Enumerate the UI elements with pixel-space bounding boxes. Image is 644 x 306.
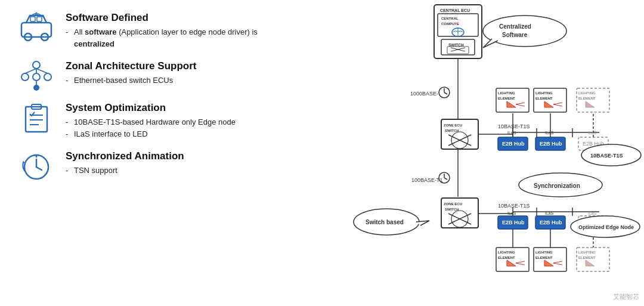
system-opt-bullet-1: 10BASE-T1S-based Hardware only Edge node (66, 116, 236, 128)
svg-line-22 (36, 167, 42, 170)
svg-text:ILaS: ILaS (507, 211, 516, 215)
system-opt-bullet-2: ILaS interface to LED (66, 128, 236, 140)
svg-text:LIGHTING: LIGHTING (578, 91, 596, 95)
svg-text:Switch based: Switch based (366, 219, 404, 225)
svg-text:LIGHTING: LIGHTING (535, 251, 553, 254)
svg-text:E2B Hub: E2B Hub (502, 141, 525, 147)
svg-text:10BASE-T1S: 10BASE-T1S (590, 153, 623, 159)
zonal-architecture-text: Zonal Architecture Support Ethernet-base… (66, 60, 196, 86)
zonal-architecture-title: Zonal Architecture Support (66, 60, 196, 72)
svg-line-13 (36, 69, 48, 73)
svg-text:10BASE-T1S: 10BASE-T1S (498, 123, 530, 129)
software-defined-bullet-1: All software (Application layer to edge … (66, 26, 268, 50)
feature-system-optimization: System Optimization 10BASE-T1S-based Har… (18, 102, 268, 140)
svg-point-10 (33, 85, 39, 91)
svg-text:ZONE ECU: ZONE ECU (444, 123, 462, 127)
feature-zonal-architecture: Zonal Architecture Support Ethernet-base… (18, 60, 268, 91)
svg-text:SWITCH: SWITCH (445, 208, 459, 211)
svg-text:ILaS: ILaS (545, 131, 554, 135)
svg-rect-1 (30, 17, 35, 21)
feature-software-defined: Software Defined All software (Applicati… (18, 12, 268, 50)
network-icon (18, 60, 55, 91)
zonal-bullet-1: Ethernet-based switch ECUs (66, 75, 196, 86)
clock-icon (18, 150, 55, 181)
checklist-icon (18, 102, 55, 133)
car-icon (18, 12, 55, 43)
svg-text:LIGHTING: LIGHTING (498, 251, 515, 254)
svg-text:Centralized: Centralized (499, 23, 531, 30)
svg-point-7 (21, 73, 29, 81)
svg-text:ELEMENT: ELEMENT (578, 256, 596, 259)
svg-text:ELEMENT: ELEMENT (498, 97, 515, 100)
svg-text:E2B Hub: E2B Hub (540, 141, 562, 147)
sync-bullet-1: TSN support (66, 165, 184, 177)
system-optimization-title: System Optimization (66, 102, 236, 114)
watermark: 艾能智芯 (613, 292, 639, 301)
svg-line-11 (25, 69, 36, 73)
svg-rect-2 (37, 17, 42, 21)
left-panel: Software Defined All software (Applicati… (0, 0, 286, 306)
synchronized-animation-text: Synchronized Animation TSN support (66, 150, 184, 177)
svg-text:COMPUTE: COMPUTE (441, 22, 459, 26)
svg-text:CENTRAL: CENTRAL (441, 17, 459, 20)
system-optimization-text: System Optimization 10BASE-T1S-based Har… (66, 102, 236, 140)
svg-text:100BASE-T1: 100BASE-T1 (411, 177, 443, 183)
svg-text:ILaS: ILaS (507, 131, 516, 135)
svg-text:Optimized Edge Node: Optimized Edge Node (578, 224, 634, 230)
svg-text:ILaS: ILaS (588, 211, 597, 215)
svg-text:LIGHTING: LIGHTING (578, 251, 596, 254)
svg-text:E2B Hub: E2B Hub (540, 220, 562, 225)
svg-text:CENTRAL ECU: CENTRAL ECU (440, 8, 470, 13)
svg-text:Software: Software (502, 32, 528, 38)
svg-text:ILaS: ILaS (588, 131, 597, 135)
software-defined-text: Software Defined All software (Applicati… (66, 12, 268, 50)
svg-rect-32 (441, 39, 475, 55)
svg-text:Synchronization: Synchronization (534, 183, 580, 189)
svg-text:ELEMENT: ELEMENT (535, 97, 553, 100)
right-panel: CENTRAL ECU CENTRAL COMPUTE SWITCH Centr… (286, 0, 644, 306)
svg-text:ZONE ECU: ZONE ECU (444, 202, 462, 206)
software-defined-title: Software Defined (66, 12, 268, 24)
svg-point-9 (44, 73, 51, 81)
svg-point-6 (33, 61, 40, 69)
svg-text:ILaS: ILaS (545, 211, 554, 215)
svg-text:LIGHTING: LIGHTING (535, 91, 553, 95)
svg-text:ELEMENT: ELEMENT (578, 97, 596, 100)
svg-text:SWITCH: SWITCH (445, 129, 459, 132)
svg-text:ELEMENT: ELEMENT (535, 256, 553, 259)
svg-text:ELEMENT: ELEMENT (498, 256, 515, 259)
feature-synchronized-animation: Synchronized Animation TSN support (18, 150, 268, 181)
svg-text:10BASE-T1S: 10BASE-T1S (498, 203, 530, 209)
synchronized-animation-title: Synchronized Animation (66, 150, 184, 162)
svg-text:LIGHTING: LIGHTING (498, 91, 515, 95)
svg-text:E2B Hub: E2B Hub (502, 220, 525, 225)
svg-point-8 (33, 73, 40, 81)
